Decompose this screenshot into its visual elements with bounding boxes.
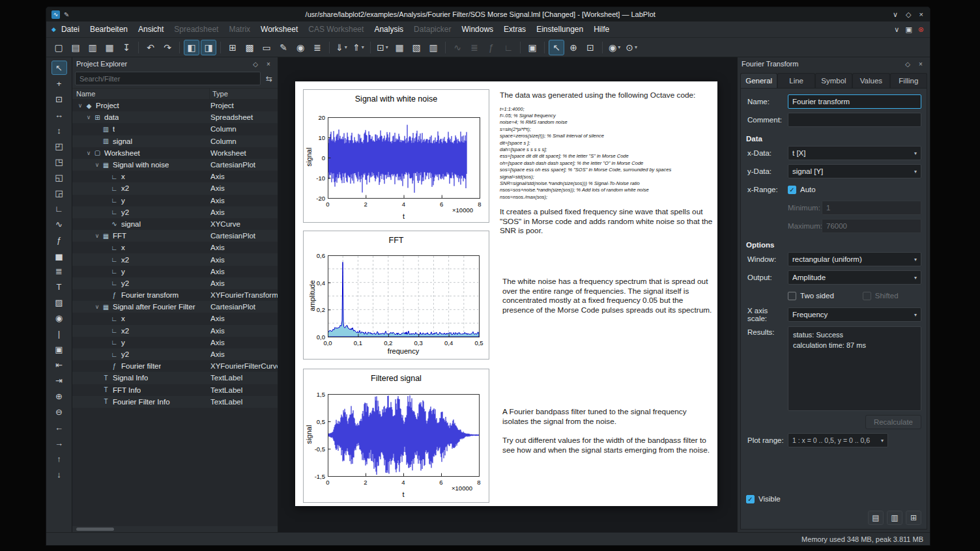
zoom-y-select-mode-button[interactable]: ↕ [51,123,67,137]
pin-icon[interactable]: ✎ [64,11,69,18]
tab-general[interactable]: General [740,73,777,88]
shift-down-button[interactable]: ↓ [51,467,67,481]
tab-line[interactable]: Line [777,73,814,88]
child-shade-icon[interactable]: ∨ [894,25,899,34]
two-sided-checkbox[interactable] [788,292,796,300]
tree-row-fourier-filter-info[interactable]: TFourier Filter InfoTextLabel [72,396,278,408]
add-plot-template-4-button[interactable]: ◲ [51,186,67,200]
tree-row-y[interactable]: ∟yAxis [72,195,278,206]
close-icon[interactable]: × [919,10,923,19]
add-xy-curve-button[interactable]: ∿ [51,217,67,231]
plot-canvas-3[interactable] [328,394,480,477]
plot-canvas-1[interactable] [328,117,480,199]
add-reference-line-button[interactable]: | [51,326,67,341]
add-custom-point-button[interactable]: ◉ [51,311,67,325]
column-header-name[interactable]: Name [72,89,210,99]
ydata-select[interactable]: signal [Y] ▾ [788,164,921,178]
output-select[interactable]: Amplitude ▾ [788,270,921,285]
add-equation-curve-button[interactable]: ƒ [51,233,67,247]
select-mode-button[interactable]: ↖ [51,61,67,75]
xaxis-scale-select[interactable]: Frequency ▾ [788,307,921,322]
fit-page-button[interactable]: ▧ [409,40,424,55]
add-plot-template-2-button[interactable]: ◳ [51,154,67,169]
load-template-button[interactable]: ▤ [868,511,884,525]
maximize-icon[interactable]: ◇ [906,10,911,19]
tree-row-x2[interactable]: ∟x2Axis [72,325,278,337]
tree-row-t[interactable]: ▥tColumn [72,123,278,135]
tree-row-fourier-transform[interactable]: ƒFourier transformXYFourierTransformCurv… [72,289,278,301]
tree-row-signal[interactable]: ▥signalColumn [72,135,278,147]
name-input[interactable] [788,94,921,109]
auto-scale-button[interactable]: ▣ [51,342,67,356]
menu-einstellungen[interactable]: Einstellungen [531,25,588,34]
edit-layout-button[interactable]: ▣ [525,40,540,55]
import-dropdown-button[interactable]: ⇓▾ [334,40,349,55]
navigate-mode-button[interactable]: ⊕ [566,40,581,55]
tree-row-x2[interactable]: ∟x2Axis [72,253,278,265]
menu-windows[interactable]: Windows [456,25,498,34]
add-legend-button[interactable]: ≣ [51,264,67,278]
presenter-mode-button[interactable]: ▥ [425,40,441,55]
tree-row-data[interactable]: ∨⊞dataSpreadsheet [72,111,278,123]
new-notes-button[interactable]: ✎ [276,40,291,55]
tab-filling[interactable]: Filling [890,73,927,88]
magnification-combo-button[interactable]: ⊙▾ [624,40,639,55]
save-project-button[interactable]: ▥ [85,40,100,55]
expander-icon[interactable]: ∨ [93,304,101,310]
shift-left-button[interactable]: ← [51,420,67,434]
tree-row-signal[interactable]: ∿signalXYCurve [72,218,278,230]
tree-row-signal-with-noise[interactable]: ∨▦Signal with noiseCartesianPlot [72,159,278,171]
shift-up-button[interactable]: ↑ [51,451,67,466]
menu-datei[interactable]: Datei [56,25,85,34]
visible-checkbox[interactable]: ✓ [746,495,755,503]
crosshair-mode-button[interactable]: + [51,76,67,91]
zoom-x-select-mode-button[interactable]: ↔ [51,107,67,122]
new-datapicker-button[interactable]: ◉ [293,40,308,55]
expander-icon[interactable]: ∨ [76,102,84,109]
fourier-filter-curve[interactable] [328,395,479,475]
fourier-dock-header[interactable]: Fourier Transform ◇ × [738,57,930,70]
project-explorer-header[interactable]: Project Explorer ◇ × [72,57,278,70]
filter-options-icon[interactable]: ⇆ [263,74,275,83]
zoom-select-mode-button[interactable]: ⊡ [51,92,67,106]
select-mode-button[interactable]: ↖ [549,40,564,55]
noise-signal-curve[interactable] [328,125,467,193]
tree-row-signal-after-fourier-filter[interactable]: ∨▦Signal after Fourier FilterCartesianPl… [72,301,278,313]
tree-row-y2[interactable]: ∟y2Axis [72,206,278,218]
child-restore-icon[interactable]: ▣ [905,25,912,34]
menu-extras[interactable]: Extras [498,25,531,34]
menu-hilfe[interactable]: Hilfe [588,25,614,34]
new-spreadsheet-button[interactable]: ⊞ [225,40,240,55]
xdata-select[interactable]: t [X] ▾ [788,146,921,160]
auto-scale-x-button[interactable]: ⇤ [51,358,67,372]
tree-row-worksheet[interactable]: ∨▢WorksheetWorksheet [72,147,278,159]
add-axis-button[interactable]: ∟ [51,201,67,216]
toggle-properties-explorer-button[interactable]: ◨ [201,40,216,55]
expander-icon[interactable]: ∨ [93,233,101,239]
toggle-project-explorer-button[interactable]: ◧ [184,40,199,55]
menu-bearbeiten[interactable]: Bearbeiten [85,25,133,34]
auto-checkbox[interactable]: ✓ [788,186,796,194]
tree-row-y2[interactable]: ∟y2Axis [72,277,278,289]
dock-float-icon[interactable]: ◇ [902,61,913,68]
signal-info-text-label[interactable]: The data was generated using the followi… [500,91,715,236]
column-header-type[interactable]: Type [210,90,278,98]
fft-info-text-label[interactable]: The white noise has a frequency spectrum… [502,277,712,315]
plot-range-select[interactable]: 1 : x = 0 .. 0,5, y = 0 .. 0,6 ▾ [788,433,888,447]
tree-row-x[interactable]: ∟xAxis [72,313,278,324]
plot-canvas-2[interactable] [328,255,480,337]
menu-analysis[interactable]: Analysis [369,25,409,34]
add-plot-template-3-button[interactable]: ◱ [51,170,67,184]
worksheet-view[interactable]: The data was generated using the followi… [278,57,737,532]
menu-ansicht[interactable]: Ansicht [133,25,169,34]
auto-scale-y-button[interactable]: ⇥ [51,373,67,388]
tab-values[interactable]: Values [852,73,889,88]
undo-button[interactable]: ↶ [143,40,158,55]
tree-row-y2[interactable]: ∟y2Axis [72,348,278,360]
new-matrix-button[interactable]: ▩ [242,40,257,55]
minimize-icon[interactable]: ∨ [893,10,898,19]
new-project-button[interactable]: ▢ [51,40,66,55]
tree-row-x2[interactable]: ∟x2Axis [72,182,278,194]
save-default-button[interactable]: ⊞ [906,511,921,525]
zoom-select-mode-button[interactable]: ⊡ [583,40,598,55]
